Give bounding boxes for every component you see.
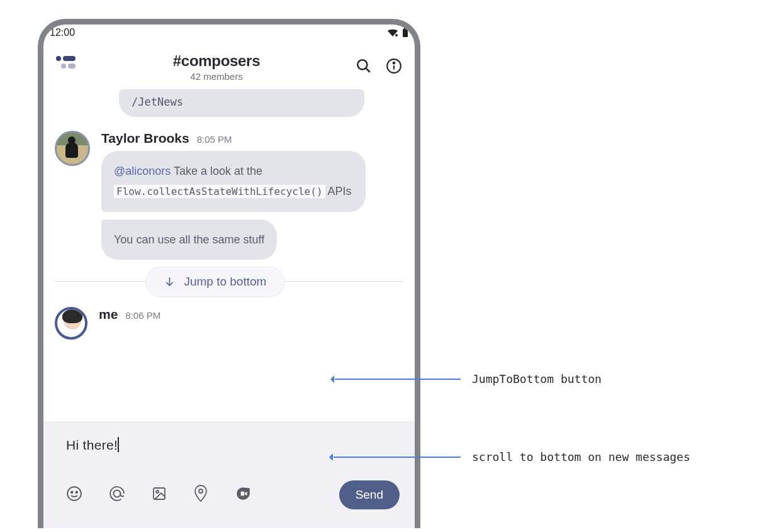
message-time: 8:06 PM <box>125 310 160 321</box>
message-time: 8:05 PM <box>197 134 232 145</box>
wifi-icon <box>387 28 398 37</box>
composer: Hi there! Send <box>43 421 415 528</box>
author-name[interactable]: me <box>99 307 118 322</box>
avatar[interactable] <box>55 131 90 166</box>
svg-line-4 <box>366 68 370 72</box>
jump-label: Jump to bottom <box>184 275 266 289</box>
message-row: me 8:06 PM <box>55 307 403 340</box>
compose-text[interactable]: Hi there! <box>66 438 118 452</box>
search-icon[interactable] <box>356 58 372 77</box>
status-time: 12:00 <box>50 27 75 38</box>
svg-point-11 <box>76 492 77 494</box>
annotation-label: JumpToBottom button <box>472 372 602 385</box>
message-bubble: @aliconors Take a look at the Flow.colle… <box>101 151 366 212</box>
message-row: Taylor Brooks 8:05 PM @aliconors Take a … <box>55 131 403 267</box>
app-logo-icon[interactable] <box>56 56 79 79</box>
send-button[interactable]: Send <box>339 480 400 509</box>
svg-point-3 <box>357 60 367 69</box>
svg-rect-1 <box>403 29 408 37</box>
divider: Jump to bottom <box>55 281 403 282</box>
svg-point-14 <box>156 490 159 493</box>
annotation-arrow <box>335 379 461 380</box>
status-bar: 12:00 <box>43 25 415 41</box>
annotation-label: scroll to bottom on new messages <box>472 450 690 463</box>
mention[interactable]: @aliconors <box>114 165 171 177</box>
message-bubble: /JetNews <box>119 89 364 117</box>
compose-field[interactable]: Hi there! <box>66 437 400 453</box>
battery-icon <box>402 28 408 38</box>
annotation-arrow <box>334 457 461 458</box>
top-bar: #composers 42 members <box>43 41 415 88</box>
channel-members: 42 members <box>87 71 345 82</box>
svg-point-10 <box>71 492 73 494</box>
svg-point-12 <box>114 490 121 497</box>
channel-title[interactable]: #composers <box>87 52 345 70</box>
svg-point-9 <box>67 487 81 501</box>
emoji-icon[interactable] <box>66 485 82 504</box>
message-bubble: You can use all the same stuff <box>101 219 277 260</box>
arrow-down-icon <box>164 276 175 287</box>
mention-icon[interactable] <box>109 485 125 504</box>
author-name[interactable]: Taylor Brooks <box>101 131 189 146</box>
svg-rect-13 <box>154 488 165 499</box>
svg-point-15 <box>199 489 203 493</box>
info-icon[interactable] <box>386 58 402 77</box>
svg-rect-2 <box>404 28 407 29</box>
svg-point-0 <box>395 34 398 36</box>
messages-list[interactable]: /JetNews Taylor Brooks 8:05 PM @aliconor… <box>43 88 415 428</box>
text-cursor <box>118 437 119 452</box>
jump-to-bottom-button[interactable]: Jump to bottom <box>145 267 284 297</box>
phone-frame: 12:00 #composers 42 members /JetNews <box>38 19 420 528</box>
location-icon[interactable] <box>193 485 208 505</box>
duo-icon[interactable] <box>235 485 251 504</box>
avatar[interactable] <box>55 307 87 340</box>
status-icons <box>387 28 408 38</box>
inline-code: Flow.collectAsStateWithLifecycle() <box>114 185 325 198</box>
image-icon[interactable] <box>152 486 167 504</box>
svg-point-7 <box>393 62 395 64</box>
